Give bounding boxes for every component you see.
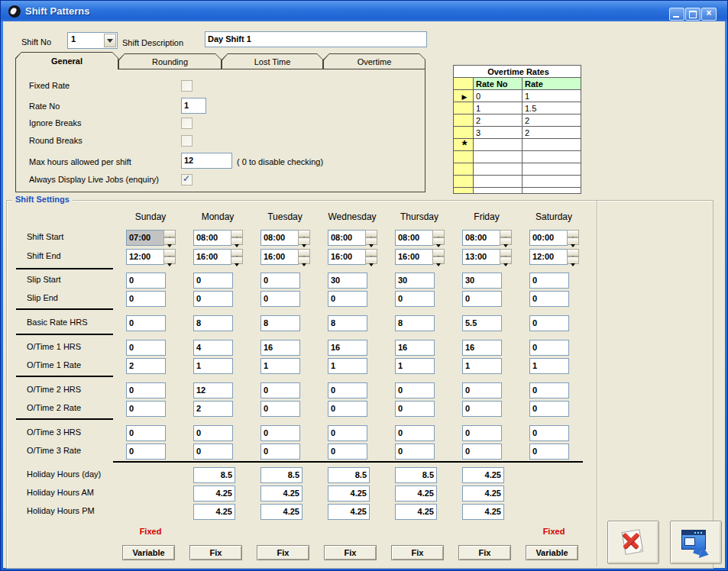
holiday-hours-day-thursday-input[interactable]: 8.5 xyxy=(395,467,437,483)
maximize-button[interactable] xyxy=(685,8,700,21)
basic-rate-hrs-wednesday-input[interactable]: 8 xyxy=(328,315,367,331)
spin-up-button[interactable] xyxy=(567,230,579,237)
row-selector[interactable] xyxy=(454,163,474,176)
cell-rate-no[interactable]: 0 xyxy=(474,90,523,102)
holiday-hours-day-friday-input[interactable]: 4.25 xyxy=(462,467,504,483)
holiday-hours-am-friday-input[interactable]: 4.25 xyxy=(462,486,504,502)
o-time-2-rate-monday-input[interactable]: 2 xyxy=(193,401,233,417)
slip-end-monday-input[interactable]: 0 xyxy=(193,291,233,307)
slip-end-thursday-input[interactable]: 0 xyxy=(395,291,435,307)
title-bar[interactable]: Shift Patterns × xyxy=(1,1,727,21)
spin-down-button[interactable] xyxy=(231,237,243,245)
o-time-2-hrs-wednesday-input[interactable]: 0 xyxy=(328,382,367,398)
round-breaks-checkbox[interactable] xyxy=(181,135,193,147)
spin-up-button[interactable] xyxy=(231,249,243,256)
cell-rate-no[interactable]: 2 xyxy=(474,115,523,127)
o-time-2-rate-friday-input[interactable]: 0 xyxy=(462,401,502,417)
cell-rate[interactable] xyxy=(523,188,581,194)
spin-up-button[interactable] xyxy=(432,230,445,237)
spin-down-button[interactable] xyxy=(432,256,445,264)
spin-down-button[interactable] xyxy=(567,237,579,245)
holiday-hours-am-thursday-input[interactable]: 4.25 xyxy=(395,486,437,502)
o-time-2-hrs-saturday-input[interactable]: 0 xyxy=(529,382,569,398)
cell-rate-no[interactable] xyxy=(474,151,523,163)
o-time-3-hrs-thursday-input[interactable]: 0 xyxy=(395,425,435,441)
o-time-3-rate-friday-input[interactable]: 0 xyxy=(462,444,502,460)
variable-button-saturday[interactable]: Variable xyxy=(526,545,578,560)
o-time-3-rate-thursday-input[interactable]: 0 xyxy=(395,444,435,460)
cell-rate[interactable]: 1.5 xyxy=(523,102,581,115)
cell-rate[interactable] xyxy=(523,139,581,151)
spin-down-button[interactable] xyxy=(163,237,176,245)
o-time-3-hrs-tuesday-input[interactable]: 0 xyxy=(260,425,300,441)
cell-rate-no[interactable] xyxy=(474,139,523,151)
slip-start-tuesday-input[interactable]: 0 xyxy=(260,273,300,289)
spin-up-button[interactable] xyxy=(500,230,512,237)
fix-button-tuesday[interactable]: Fix xyxy=(257,545,309,560)
shift-start-monday-input[interactable]: 08:00 xyxy=(193,230,231,246)
spin-down-button[interactable] xyxy=(432,237,445,245)
o-time-1-hrs-friday-input[interactable]: 16 xyxy=(462,340,502,356)
cell-rate[interactable]: 1 xyxy=(523,90,581,102)
spin-down-button[interactable] xyxy=(231,256,243,264)
shift-end-sunday-input[interactable]: 12:00 xyxy=(126,249,164,265)
holiday-hours-am-monday-input[interactable]: 4.25 xyxy=(193,486,235,502)
spin-up-button[interactable] xyxy=(298,249,310,256)
tab-rounding[interactable]: Rounding xyxy=(118,53,222,69)
slip-start-monday-input[interactable]: 0 xyxy=(193,273,233,289)
row-selector[interactable] xyxy=(454,188,474,194)
shift-end-saturday-input[interactable]: 12:00 xyxy=(529,249,568,265)
o-time-2-rate-thursday-input[interactable]: 0 xyxy=(395,401,435,417)
o-time-2-hrs-tuesday-input[interactable]: 0 xyxy=(260,382,300,398)
o-time-2-rate-wednesday-input[interactable]: 0 xyxy=(328,401,367,417)
slip-start-wednesday-input[interactable]: 30 xyxy=(328,273,367,289)
holiday-hours-pm-tuesday-input[interactable]: 4.25 xyxy=(260,504,303,520)
exit-button[interactable] xyxy=(670,521,722,564)
slip-start-thursday-input[interactable]: 30 xyxy=(395,273,435,289)
o-time-3-hrs-monday-input[interactable]: 0 xyxy=(193,425,233,441)
slip-start-friday-input[interactable]: 30 xyxy=(462,273,502,289)
spin-up-button[interactable] xyxy=(231,230,243,237)
o-time-2-hrs-sunday-input[interactable]: 0 xyxy=(126,382,166,398)
row-selector[interactable] xyxy=(454,127,474,139)
dropdown-button[interactable] xyxy=(104,34,116,47)
spin-up-button[interactable] xyxy=(163,249,176,256)
shift-start-saturday-input[interactable]: 00:00 xyxy=(529,230,568,246)
spin-down-button[interactable] xyxy=(500,256,512,264)
shift-start-thursday-input[interactable]: 08:00 xyxy=(395,230,433,246)
max-hours-input[interactable]: 12 xyxy=(181,153,232,169)
shift-end-wednesday-input[interactable]: 16:00 xyxy=(328,249,366,265)
cancel-button[interactable] xyxy=(607,521,659,564)
spin-up-button[interactable] xyxy=(163,230,176,237)
o-time-3-hrs-friday-input[interactable]: 0 xyxy=(462,425,502,441)
holiday-hours-pm-monday-input[interactable]: 4.25 xyxy=(193,504,235,520)
o-time-1-hrs-wednesday-input[interactable]: 16 xyxy=(328,340,367,356)
o-time-2-hrs-friday-input[interactable]: 0 xyxy=(462,382,502,398)
o-time-1-rate-friday-input[interactable]: 1 xyxy=(462,358,502,374)
slip-start-sunday-input[interactable]: 0 xyxy=(126,273,166,289)
o-time-1-hrs-saturday-input[interactable]: 0 xyxy=(529,340,569,356)
close-button[interactable]: × xyxy=(701,8,717,21)
tab-lost-time[interactable]: Lost Time xyxy=(222,53,323,69)
spin-up-button[interactable] xyxy=(365,230,377,237)
tab-general[interactable]: General xyxy=(15,52,118,69)
o-time-1-hrs-monday-input[interactable]: 4 xyxy=(193,340,233,356)
basic-rate-hrs-monday-input[interactable]: 8 xyxy=(193,315,233,331)
slip-end-tuesday-input[interactable]: 0 xyxy=(260,291,300,307)
spin-up-button[interactable] xyxy=(432,249,445,256)
cell-rate[interactable] xyxy=(523,176,581,188)
minimize-button[interactable] xyxy=(669,8,684,21)
shift-end-thursday-input[interactable]: 16:00 xyxy=(395,249,433,265)
live-jobs-checkbox[interactable] xyxy=(181,174,193,185)
row-selector[interactable]: ▶ xyxy=(454,90,474,102)
holiday-hours-am-tuesday-input[interactable]: 4.25 xyxy=(260,486,303,502)
holiday-hours-pm-friday-input[interactable]: 4.25 xyxy=(462,504,504,520)
slip-end-wednesday-input[interactable]: 0 xyxy=(328,291,367,307)
o-time-2-rate-sunday-input[interactable]: 0 xyxy=(126,401,166,417)
cell-rate[interactable] xyxy=(523,151,581,163)
slip-start-saturday-input[interactable]: 0 xyxy=(529,273,569,289)
holiday-hours-am-wednesday-input[interactable]: 4.25 xyxy=(328,486,370,502)
cell-rate-no[interactable] xyxy=(474,176,523,188)
tab-overtime[interactable]: Overtime xyxy=(323,53,425,69)
shift-start-sunday-input[interactable]: 07:00 xyxy=(126,230,164,246)
